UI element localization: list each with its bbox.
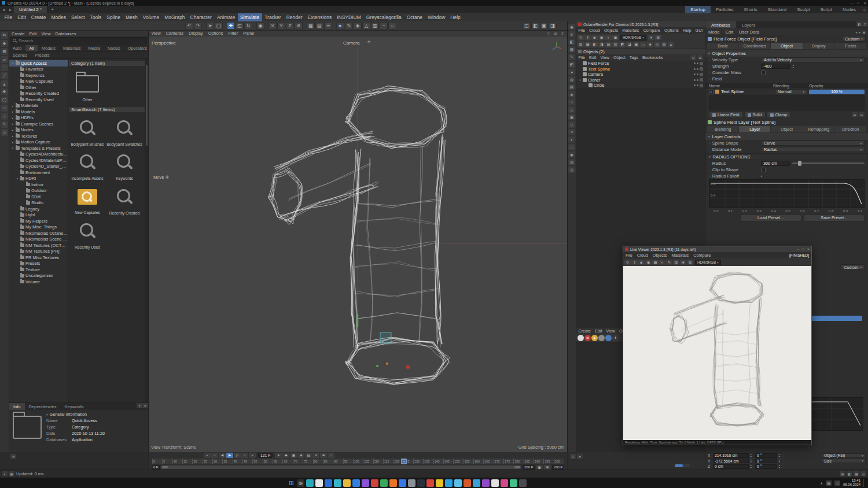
menu-item[interactable]: Volume <box>140 13 161 21</box>
taskbar-app-icon[interactable] <box>519 479 527 487</box>
octane-tool-icon[interactable]: ◍ <box>661 42 667 47</box>
range-start-field[interactable]: 0 F <box>152 465 160 469</box>
tree-item[interactable]: My Helpers <box>9 218 68 224</box>
menu-item[interactable]: Greyscalegorilla <box>363 13 404 21</box>
restart-render-icon[interactable]: ↻ <box>578 35 584 40</box>
tree-item[interactable]: SDiff <box>9 194 68 200</box>
asset-filter-tab[interactable]: All <box>25 45 38 51</box>
add-field-button[interactable]: Clamp <box>767 112 791 118</box>
layout-tab[interactable]: Particles <box>711 6 739 13</box>
sculpt-tool-icon[interactable]: ✎ <box>1 121 8 128</box>
close-button[interactable]: ✕ <box>807 247 810 251</box>
prev-frame-icon[interactable]: ◀ <box>219 453 226 458</box>
edges-mode-icon[interactable]: ╱ <box>1 72 8 79</box>
octane-tool-icon[interactable]: ▥ <box>568 159 575 165</box>
material-swatch-icon[interactable]: ★ <box>591 335 598 341</box>
tree-item[interactable]: ▾ HDRI <box>9 176 68 182</box>
live-viewer-menu-item[interactable]: File <box>623 253 635 258</box>
layout-tab[interactable]: Nodes <box>837 6 861 13</box>
live-viewer-tool-icon[interactable]: ↻ <box>624 260 631 265</box>
make-editable-icon[interactable]: ⇆ <box>1 32 8 39</box>
network-icon[interactable]: ▦ <box>826 480 832 486</box>
rotation-stepper[interactable]: ▲▼ <box>778 464 782 469</box>
asset-scrollbar[interactable] <box>145 59 148 402</box>
maximize-button[interactable]: □ <box>802 247 804 251</box>
velocity-type-select[interactable]: Add to Velocity▾ <box>761 57 865 62</box>
octane-tool-icon[interactable]: ▤ <box>568 84 575 90</box>
status-icon[interactable]: ▦ <box>9 471 14 476</box>
viewport-menu-item[interactable]: Filter <box>226 31 241 36</box>
viewport-layout-icon[interactable]: ⊞ <box>553 31 558 36</box>
octane-tool-icon[interactable]: ◉ <box>568 24 575 30</box>
section-radius-options[interactable]: ▾RADIUS OPTIONS <box>705 153 868 160</box>
tree-item[interactable]: Cycles4D_Starter_Pack <box>9 164 68 170</box>
radius-field[interactable]: 300 cm <box>761 161 790 166</box>
goto-start-icon[interactable]: « <box>204 453 211 458</box>
taskbar-app-icon[interactable] <box>371 479 378 487</box>
position-stepper[interactable]: ▲▼ <box>750 459 754 463</box>
menu-item[interactable]: Select <box>68 13 87 21</box>
taskbar-app-icon[interactable] <box>399 479 406 487</box>
clay-mode-icon[interactable]: ◐ <box>605 35 612 40</box>
spline-shape-select[interactable]: Curve▾ <box>761 141 865 146</box>
rotation-stepper[interactable]: ▲▼ <box>778 453 782 458</box>
taskbar-app-icon[interactable] <box>362 479 369 487</box>
rotation-field[interactable]: 0 ° <box>755 453 777 458</box>
snapping-icon[interactable]: ▭ <box>1 105 8 112</box>
material-swatch-icon[interactable]: + <box>612 335 619 341</box>
clip-to-shape-checkbox[interactable] <box>761 168 766 172</box>
octane-tool-icon[interactable]: ◇ <box>568 121 575 128</box>
tray-expand-icon[interactable]: ∧ <box>821 481 823 485</box>
octane-tool-icon[interactable]: △ <box>568 106 575 113</box>
octane-tool-icon[interactable]: ◨ <box>598 42 605 47</box>
objects-filter-icon[interactable]: ⊞ <box>697 55 703 60</box>
layout-search-icon[interactable]: ◎ <box>861 6 868 13</box>
layout-tab[interactable]: Shorts <box>739 6 763 13</box>
live-viewer-tool-icon[interactable]: ◉ <box>645 260 652 265</box>
objects-menu-item[interactable]: Object <box>611 55 627 60</box>
back-icon[interactable]: ◀ <box>0 6 7 13</box>
asset-filter-tab[interactable]: Media <box>84 45 104 51</box>
save-preset-button[interactable]: Save Preset... <box>804 215 865 221</box>
attribute-group-tab[interactable]: Object <box>771 43 802 49</box>
layer-group-tab[interactable]: Blending <box>707 126 738 132</box>
info-tab[interactable]: Info <box>9 403 25 410</box>
panel-lock-icon[interactable]: ◧ <box>856 21 862 27</box>
keyframe-icon[interactable]: ◆ <box>282 453 289 458</box>
layer-enabled-checkbox[interactable]: ✓ <box>709 90 713 94</box>
octane-tool-icon[interactable]: ◎ <box>568 167 575 173</box>
tree-item[interactable]: ▸ Models <box>9 109 68 115</box>
history-arrow-icon[interactable]: ◂ <box>855 30 857 34</box>
tree-item[interactable]: Light <box>9 212 68 219</box>
octane-menu-item[interactable]: File <box>576 27 587 34</box>
play-icon[interactable]: ▶ <box>226 453 233 458</box>
viewport-menu-item[interactable]: View <box>149 31 163 36</box>
position-field[interactable]: 214.1016 cm <box>713 453 749 458</box>
enable-axis-icon[interactable]: ✚ <box>1 88 8 95</box>
menu-item[interactable]: Mesh <box>123 13 141 21</box>
octane-tool-icon[interactable]: ▤ <box>605 42 612 47</box>
layer-group-tab[interactable]: Remapping <box>803 126 834 132</box>
modeling-settings-icon[interactable]: ≡ <box>1 113 8 120</box>
tree-item[interactable]: Nikomedias Scene Rig Ultim <box>9 236 68 243</box>
minimize-button[interactable]: ─ <box>797 247 799 251</box>
add-document-tab-button[interactable]: + <box>47 6 57 13</box>
menu-item[interactable]: Edit <box>15 13 29 21</box>
status-icon[interactable]: ◎ <box>860 471 866 476</box>
asset-filter-tab[interactable]: Auto <box>9 45 25 51</box>
menu-item[interactable]: Modes <box>49 13 69 21</box>
history-arrow-icon[interactable]: ▸ <box>859 30 860 34</box>
current-frame-marker[interactable]: 121 <box>401 459 407 464</box>
live-viewer-tool-icon[interactable]: ‖ <box>631 260 638 265</box>
objects-menu-item[interactable]: View <box>598 55 611 60</box>
tree-item[interactable]: NM Textures [PR] <box>9 249 68 255</box>
show-desktop-button[interactable] <box>863 479 865 487</box>
field-folder-icon[interactable]: ⊟ <box>859 112 865 117</box>
octane-tool-icon[interactable]: ▣ <box>633 42 639 47</box>
octane-tool-icon[interactable]: ◩ <box>619 42 626 47</box>
blending-select[interactable]: Normal▾ <box>775 89 807 94</box>
menu-item[interactable]: Spline <box>104 13 123 21</box>
expand-arrow-icon[interactable]: ▸ <box>11 104 14 108</box>
layer-group-tab[interactable]: Layer <box>739 126 770 132</box>
info-settings-icon[interactable]: ¶ <box>137 403 142 408</box>
